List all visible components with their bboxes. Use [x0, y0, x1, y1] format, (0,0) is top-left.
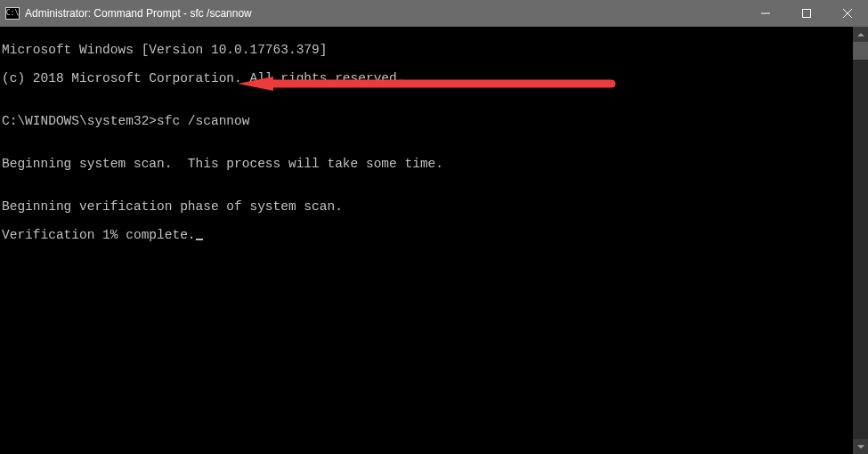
cursor: [196, 239, 203, 240]
output-line: Beginning system scan. This process will…: [2, 157, 853, 171]
minimize-icon: [761, 9, 770, 18]
window-title: Administrator: Command Prompt - sfc /sca…: [25, 7, 745, 20]
chevron-up-icon: [857, 33, 864, 36]
scroll-down-button[interactable]: [853, 439, 868, 454]
scroll-up-button[interactable]: [853, 27, 868, 42]
maximize-icon: [802, 9, 811, 18]
svg-marker-4: [857, 33, 864, 36]
titlebar: C:\ Administrator: Command Prompt - sfc …: [0, 0, 868, 27]
svg-rect-1: [803, 10, 811, 18]
output-line: Beginning verification phase of system s…: [2, 199, 853, 214]
window-controls: [745, 0, 868, 27]
output-line: Verification 1% complete.: [2, 228, 853, 242]
entered-command: sfc /scannow: [157, 114, 249, 128]
chevron-down-icon: [857, 445, 864, 449]
svg-marker-5: [857, 445, 864, 449]
maximize-button[interactable]: [786, 0, 827, 27]
verification-text: Verification 1% complete.: [2, 228, 196, 242]
cmd-icon-label: C:\: [6, 10, 19, 17]
terminal-output[interactable]: Microsoft Windows [Version 10.0.17763.37…: [0, 27, 853, 454]
cmd-icon: C:\: [5, 7, 20, 20]
vertical-scrollbar[interactable]: [853, 27, 868, 454]
output-line: Microsoft Windows [Version 10.0.17763.37…: [2, 43, 853, 57]
minimize-button[interactable]: [745, 0, 786, 27]
close-icon: [843, 9, 852, 18]
output-line: (c) 2018 Microsoft Corporation. All righ…: [2, 71, 853, 85]
prompt-line: C:\WINDOWS\system32>sfc /scannow: [2, 114, 853, 128]
close-button[interactable]: [827, 0, 868, 27]
prompt-path: C:\WINDOWS\system32>: [2, 114, 157, 128]
scroll-thumb[interactable]: [853, 42, 868, 60]
